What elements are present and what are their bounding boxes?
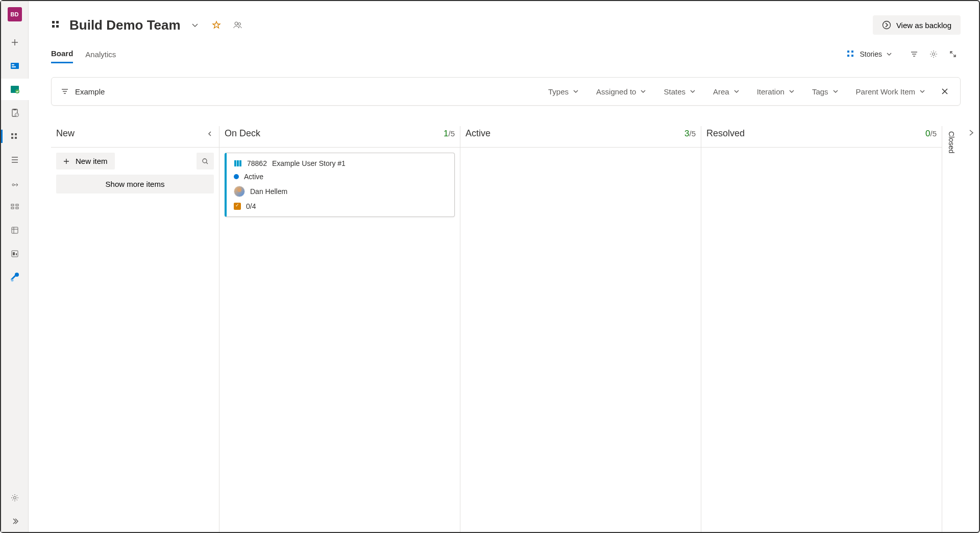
nav-pipelines[interactable]: [1, 266, 29, 288]
svg-point-28: [235, 22, 238, 25]
svg-rect-6: [13, 109, 16, 110]
svg-rect-2: [12, 66, 16, 67]
filter-bar: Example Types Assigned to States Area It…: [51, 77, 961, 106]
svg-rect-20: [16, 253, 17, 255]
wip-resolved: 0/5: [925, 129, 937, 139]
filter-area[interactable]: Area: [709, 84, 744, 99]
svg-rect-19: [13, 252, 15, 255]
svg-point-12: [12, 184, 14, 186]
nav-sprints[interactable]: [1, 173, 29, 194]
nav-boards-sub[interactable]: [1, 126, 29, 147]
column-title-new: New: [56, 128, 206, 139]
nav-settings[interactable]: [1, 487, 29, 508]
work-item-card[interactable]: 78862 Example User Story #1 Active Dan H…: [225, 153, 455, 217]
search-column-button[interactable]: [197, 153, 214, 169]
new-item-label: New item: [76, 157, 108, 165]
filter-close-button[interactable]: [939, 85, 951, 98]
nav-backlogs[interactable]: [1, 149, 29, 171]
svg-rect-0: [11, 63, 19, 69]
filter-iteration[interactable]: Iteration: [753, 84, 799, 99]
svg-point-23: [13, 497, 16, 499]
svg-rect-24: [52, 21, 55, 23]
svg-rect-14: [11, 207, 14, 209]
hierarchy-icon: [846, 50, 855, 59]
svg-rect-16: [16, 207, 18, 209]
svg-rect-1: [12, 64, 14, 65]
team-icon: [51, 19, 62, 31]
svg-rect-39: [239, 160, 241, 166]
view-as-backlog-button[interactable]: View as backlog: [873, 15, 961, 35]
chevron-down-icon: [886, 51, 892, 57]
filter-keyword-text: Example: [75, 87, 105, 96]
svg-rect-31: [847, 51, 849, 53]
nav-work-items[interactable]: [1, 102, 29, 124]
column-new: New New item Show m: [51, 126, 219, 532]
team-members-button[interactable]: [231, 18, 245, 32]
assignee-name: Dan Hellem: [250, 187, 287, 196]
svg-point-36: [203, 159, 207, 163]
filter-toggle-button[interactable]: [906, 46, 922, 62]
task-progress: 0/4: [246, 202, 256, 210]
svg-point-35: [933, 53, 935, 56]
tab-analytics[interactable]: Analytics: [85, 46, 116, 63]
view-as-backlog-label: View as backlog: [896, 21, 951, 30]
team-dropdown[interactable]: [188, 18, 202, 32]
task-checklist-icon: [234, 203, 241, 210]
column-title-resolved: Resolved: [706, 128, 925, 139]
svg-rect-32: [847, 55, 849, 57]
state-dot-icon: [234, 174, 239, 179]
scroll-right-button[interactable]: [968, 129, 975, 136]
nav-delivery[interactable]: [1, 243, 29, 264]
new-item-button[interactable]: New item: [56, 153, 115, 169]
settings-button[interactable]: [926, 46, 941, 62]
user-story-icon: [234, 159, 242, 167]
tabs-row: Board Analytics Stories: [51, 45, 961, 64]
nav-expand[interactable]: [1, 511, 29, 532]
kanban-board: New New item Show m: [51, 126, 961, 532]
page-header: Build Demo Team View as backlog: [51, 1, 961, 35]
svg-rect-37: [234, 160, 236, 166]
fullscreen-button[interactable]: [945, 46, 961, 62]
collapse-column-button[interactable]: [206, 130, 214, 138]
favorite-button[interactable]: [209, 18, 224, 32]
nav-boards[interactable]: [1, 79, 29, 100]
svg-rect-27: [56, 25, 59, 28]
svg-rect-17: [12, 227, 18, 233]
tab-board[interactable]: Board: [51, 45, 73, 63]
svg-rect-38: [237, 160, 239, 166]
nav-queries[interactable]: [1, 196, 29, 217]
team-name[interactable]: Build Demo Team: [69, 17, 181, 33]
work-item-state: Active: [244, 173, 263, 181]
svg-rect-33: [851, 51, 853, 53]
filter-parent[interactable]: Parent Work Item: [852, 84, 929, 99]
work-item-id: 78862: [247, 159, 267, 167]
svg-rect-26: [56, 21, 59, 23]
arrow-right-circle-icon: [882, 20, 891, 30]
column-active: Active 3/5: [460, 126, 701, 532]
wip-on-deck: 1/5: [444, 129, 455, 139]
filter-assigned-to[interactable]: Assigned to: [592, 84, 650, 99]
nav-plans[interactable]: [1, 220, 29, 241]
level-label: Stories: [860, 50, 882, 58]
main-content: Build Demo Team View as backlog Board An…: [29, 1, 979, 532]
assignee-avatar: [234, 186, 245, 197]
add-button[interactable]: [1, 32, 29, 53]
nav-overview[interactable]: [1, 55, 29, 77]
svg-point-30: [883, 21, 890, 29]
filter-tags[interactable]: Tags: [808, 84, 843, 99]
filter-states[interactable]: States: [659, 84, 700, 99]
show-more-button[interactable]: Show more items: [56, 175, 214, 193]
project-avatar[interactable]: BD: [8, 7, 22, 21]
svg-rect-25: [52, 25, 55, 28]
svg-point-29: [238, 23, 240, 26]
backlog-level-select[interactable]: Stories: [842, 47, 896, 61]
svg-rect-13: [11, 204, 14, 206]
column-closed-collapsed[interactable]: Closed: [942, 126, 961, 532]
svg-rect-8: [11, 133, 13, 135]
left-nav-rail: BD: [1, 1, 29, 532]
filter-keyword[interactable]: Example: [61, 87, 105, 96]
filter-types[interactable]: Types: [544, 84, 583, 99]
column-title-active: Active: [465, 128, 684, 139]
plus-icon: [63, 158, 69, 164]
svg-rect-15: [16, 204, 18, 206]
